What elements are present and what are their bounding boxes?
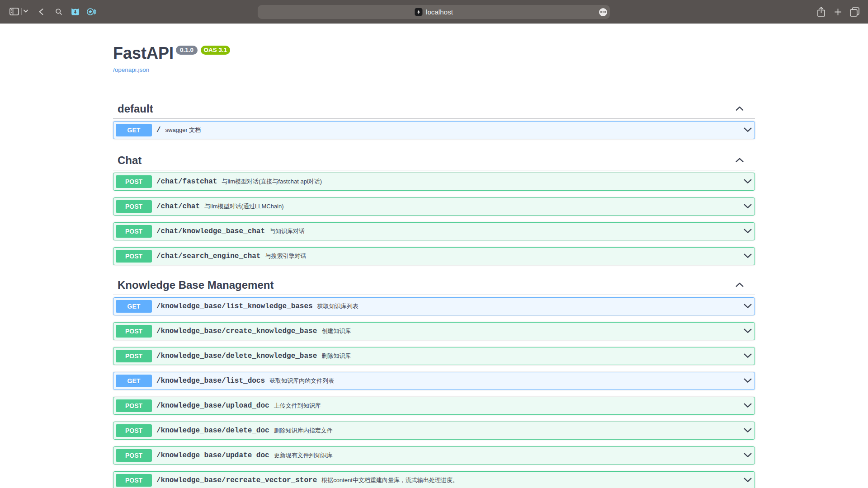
back-button[interactable] [39, 9, 43, 15]
chevron-down-icon [743, 376, 752, 386]
method-badge: GET [116, 124, 152, 136]
operation-row: POST/knowledge_base/create_knowledge_bas… [113, 322, 755, 340]
chevron-down-icon [743, 351, 752, 361]
operation-path: /knowledge_base/upload_doc [152, 402, 274, 410]
method-badge: POST [116, 350, 152, 362]
method-badge: GET [116, 300, 152, 313]
chevron-down-icon [743, 426, 752, 436]
operation-row: POST/chat/fastchat与llm模型对话(直接与fastchat a… [113, 173, 755, 191]
operation-description: 创建知识库 [321, 327, 743, 335]
collapse-section-button[interactable] [735, 104, 744, 113]
operation-row: POST/knowledge_base/recreate_vector_stor… [113, 471, 755, 488]
operation-row: POST/chat/search_engine_chat与搜索引擎对话 [113, 247, 755, 265]
chevron-down-icon [743, 450, 752, 461]
bookmark-extension-button[interactable] [71, 8, 80, 15]
chevron-down-icon [743, 177, 752, 187]
operation-description: 删除知识库 [321, 352, 743, 360]
method-badge: POST [116, 200, 152, 213]
section-operations: POST/chat/fastchat与llm模型对话(直接与fastchat a… [113, 173, 755, 265]
chevron-down-icon [24, 9, 28, 13]
section-header-knowledge-base-management[interactable]: Knowledge Base Management [113, 273, 755, 295]
method-badge: POST [116, 449, 152, 462]
operation-summary[interactable]: POST/chat/fastchat与llm模型对话(直接与fastchat a… [113, 173, 755, 190]
operation-summary[interactable]: POST/knowledge_base/upload_doc上传文件到知识库 [113, 397, 755, 414]
operation-path: /knowledge_base/recreate_vector_store [152, 476, 321, 484]
operation-summary[interactable]: GET/knowledge_base/list_docs获取知识库内的文件列表 [113, 372, 755, 389]
share-button[interactable] [817, 7, 825, 17]
operation-path: /chat/fastchat [152, 178, 222, 186]
operation-description: 获取知识库内的文件列表 [269, 377, 743, 385]
chevron-down-icon [743, 301, 752, 312]
sidebar-toggle-button[interactable] [9, 8, 19, 15]
address-url: localhost [426, 8, 453, 16]
operation-path: / [152, 126, 165, 134]
share-icon [817, 7, 825, 17]
bookmark-extension-icon [71, 8, 80, 15]
operation-summary[interactable]: POST/knowledge_base/delete_doc删除知识库内指定文件 [113, 422, 755, 439]
section-operations: GET/swagger 文档 [113, 121, 755, 139]
chevron-up-icon [735, 160, 744, 166]
page-settings-button[interactable] [599, 8, 607, 16]
operation-row: GET/swagger 文档 [113, 121, 755, 139]
operation-description: 更新现有文件到知识库 [274, 451, 743, 460]
chevron-down-icon [743, 326, 752, 337]
chevron-down-icon [743, 401, 752, 411]
section-header-default[interactable]: default [113, 97, 755, 119]
operation-row: POST/knowledge_base/delete_knowledge_bas… [113, 347, 755, 365]
operation-description: 根据content中文档重建向量库，流式输出处理进度。 [321, 476, 743, 484]
tab-overview-button[interactable] [850, 7, 859, 17]
ellipsis-icon [600, 11, 601, 12]
star-extension-button[interactable] [87, 8, 96, 15]
search-button[interactable] [56, 9, 62, 15]
operation-summary[interactable]: POST/knowledge_base/delete_knowledge_bas… [113, 347, 755, 365]
address-bar[interactable]: localhost [258, 5, 610, 19]
operation-summary[interactable]: POST/knowledge_base/create_knowledge_bas… [113, 323, 755, 340]
chevron-down-icon [743, 475, 752, 486]
operation-summary[interactable]: GET/swagger 文档 [113, 122, 755, 139]
operation-path: /knowledge_base/create_knowledge_base [152, 327, 321, 335]
operation-summary[interactable]: POST/knowledge_base/recreate_vector_stor… [113, 472, 755, 488]
collapse-section-button[interactable] [735, 281, 744, 290]
operation-description: 与搜索引擎对话 [265, 252, 743, 260]
method-badge: POST [116, 399, 152, 412]
star-extension-icon [87, 8, 96, 15]
operation-row: POST/chat/knowledge_base_chat与知识库对话 [113, 222, 755, 240]
chevron-up-icon [735, 284, 744, 291]
sidebar-menu-button[interactable] [24, 9, 28, 13]
operation-description: 与llm模型对话(直接与fastchat api对话) [222, 178, 743, 186]
openapi-json-link[interactable]: /openapi.json [113, 66, 149, 74]
chevron-down-icon [743, 202, 752, 212]
api-info: FastAPI0.1.0OAS 3.1 /openapi.json [113, 23, 755, 97]
oas-badge: OAS 3.1 [201, 46, 231, 55]
operation-summary[interactable]: GET/knowledge_base/list_knowledge_bases获… [113, 298, 755, 315]
operation-row: POST/knowledge_base/update_doc更新现有文件到知识库 [113, 446, 755, 465]
chevron-up-icon [735, 108, 744, 115]
operation-path: /chat/knowledge_base_chat [152, 227, 269, 235]
section-title: Knowledge Base Management [118, 279, 735, 291]
operation-summary[interactable]: POST/chat/knowledge_base_chat与知识库对话 [113, 223, 755, 240]
operation-summary[interactable]: POST/chat/search_engine_chat与搜索引擎对话 [113, 248, 755, 265]
operation-row: POST/knowledge_base/upload_doc上传文件到知识库 [113, 397, 755, 415]
method-badge: GET [116, 375, 152, 387]
method-badge: POST [116, 250, 152, 263]
operation-path: /chat/search_engine_chat [152, 252, 265, 260]
section-title: default [118, 103, 735, 115]
api-title: FastAPI0.1.0OAS 3.1 [113, 44, 755, 63]
swagger-page: FastAPI0.1.0OAS 3.1 /openapi.json defaul… [0, 23, 868, 488]
operation-summary[interactable]: POST/knowledge_base/update_doc更新现有文件到知识库 [113, 447, 755, 464]
operation-description: 与llm模型对话(通过LLMChain) [204, 202, 743, 211]
method-badge: POST [116, 325, 152, 338]
collapse-section-button[interactable] [735, 156, 744, 165]
method-badge: POST [116, 175, 152, 188]
operation-row: POST/chat/chat与llm模型对话(通过LLMChain) [113, 197, 755, 216]
section-header-chat[interactable]: Chat [113, 148, 755, 170]
version-badge: 0.1.0 [176, 46, 198, 55]
tag-section-knowledge-base-management: Knowledge Base ManagementGET/knowledge_b… [113, 272, 755, 488]
method-badge: POST [116, 424, 152, 437]
new-tab-button[interactable] [835, 9, 841, 15]
operation-path: /knowledge_base/update_doc [152, 451, 274, 460]
operation-path: /knowledge_base/delete_knowledge_base [152, 352, 321, 360]
operation-path: /chat/chat [152, 202, 204, 211]
chevron-down-icon [743, 251, 752, 262]
operation-summary[interactable]: POST/chat/chat与llm模型对话(通过LLMChain) [113, 198, 755, 215]
